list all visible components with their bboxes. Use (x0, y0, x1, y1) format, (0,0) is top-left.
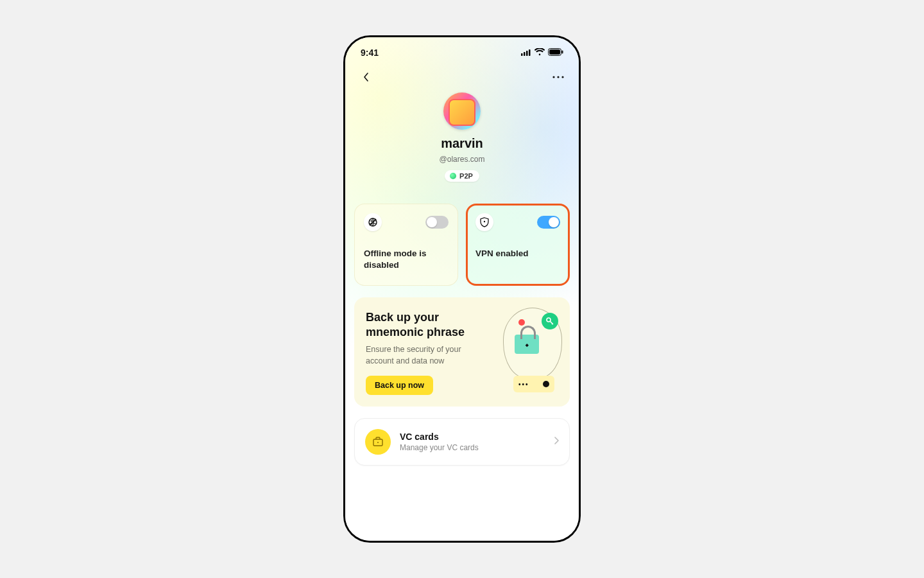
svg-point-9 (561, 76, 563, 78)
key-icon (542, 313, 558, 329)
vc-cards-item[interactable]: VC cards Manage your VC cards (354, 418, 570, 466)
cellular-icon (521, 48, 531, 58)
connection-badge-label: P2P (459, 172, 473, 180)
chevron-right-icon (554, 436, 559, 448)
svg-rect-2 (526, 51, 528, 56)
svg-point-15 (377, 442, 379, 443)
offline-icon (364, 213, 382, 231)
password-dots-icon: ••• (513, 376, 554, 392)
svg-rect-0 (521, 53, 523, 56)
profile-name: marvin (441, 136, 483, 151)
more-horizontal-icon (552, 76, 564, 78)
vc-subtitle: Manage your VC cards (400, 443, 479, 452)
status-time: 9:41 (361, 48, 379, 58)
nav-bar (354, 62, 570, 87)
vpn-toggle[interactable] (537, 216, 560, 229)
back-button[interactable] (358, 69, 373, 85)
svg-line-11 (370, 219, 376, 225)
offline-toggle[interactable] (425, 216, 449, 229)
vpn-card[interactable]: VPN enabled (466, 204, 570, 286)
svg-rect-3 (529, 49, 531, 56)
globe-icon (450, 173, 456, 179)
offline-label: Offline mode is disabled (364, 248, 449, 271)
phone-frame: 9:41 marvin (343, 35, 581, 543)
svg-point-12 (484, 221, 485, 222)
vpn-label: VPN enabled (475, 248, 560, 259)
svg-rect-1 (524, 52, 526, 56)
connection-badge: P2P (445, 170, 479, 182)
vc-title: VC cards (400, 432, 479, 442)
backup-now-button[interactable]: Back up now (366, 376, 433, 395)
status-icons (521, 48, 563, 58)
status-bar: 9:41 (354, 46, 570, 62)
more-button[interactable] (551, 69, 566, 85)
alert-dot-icon (518, 319, 525, 326)
backup-subtitle: Ensure the security of your account and … (366, 344, 484, 367)
offline-mode-card[interactable]: Offline mode is disabled (354, 204, 458, 286)
avatar[interactable] (443, 92, 481, 130)
battery-icon (548, 48, 563, 58)
lock-icon: ⬥ (515, 335, 539, 354)
svg-rect-5 (549, 49, 560, 55)
chevron-left-icon (363, 72, 369, 82)
shield-icon (475, 213, 493, 231)
profile-section: marvin @olares.com P2P (354, 92, 570, 182)
screen: 9:41 marvin (345, 37, 579, 541)
svg-point-8 (557, 76, 559, 78)
svg-rect-6 (562, 51, 563, 54)
toggle-row: Offline mode is disabled VPN enabled (354, 204, 570, 286)
wifi-icon (535, 48, 545, 58)
id-card-icon (365, 429, 391, 455)
backup-title: Back up your mnemonic phrase (366, 310, 484, 339)
backup-card: Back up your mnemonic phrase Ensure the … (354, 297, 570, 407)
backup-illustration: ⬥ ••• (489, 310, 558, 395)
svg-point-7 (552, 76, 554, 78)
profile-handle: @olares.com (440, 155, 485, 164)
